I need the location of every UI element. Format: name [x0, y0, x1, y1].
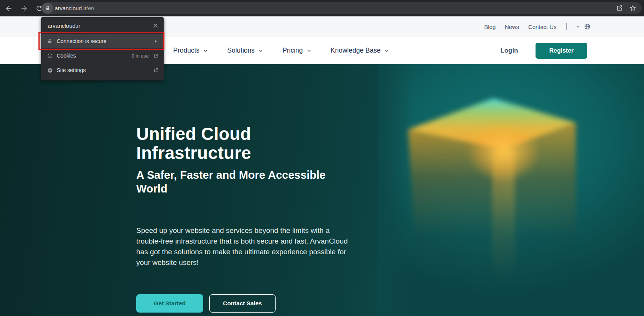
chevron-down-icon — [384, 48, 389, 53]
star-icon[interactable] — [629, 5, 636, 12]
menu-item-label: Cookies — [57, 53, 131, 59]
site-info-menu: arvancloud.ir Connection is secure Cooki… — [41, 17, 164, 80]
menu-item-site-settings[interactable]: Site settings — [41, 63, 164, 77]
cookie-icon — [47, 53, 53, 59]
chevron-down-icon — [306, 48, 312, 53]
site-info-menu-header: arvancloud.ir — [41, 17, 164, 34]
topbar-link-blog[interactable]: Blog — [484, 24, 496, 30]
chevron-down-icon — [203, 48, 208, 53]
hero-cube-image — [378, 64, 644, 316]
menu-item-connection-secure[interactable]: Connection is secure — [41, 34, 164, 48]
menu-item-label: Site settings — [57, 67, 153, 73]
external-link-icon — [153, 68, 158, 73]
back-button[interactable] — [2, 2, 15, 15]
chevron-down-icon — [576, 24, 580, 29]
share-icon[interactable] — [616, 5, 623, 12]
browser-toolbar: arvancloud.ir/en — [0, 0, 644, 16]
nav-item-products[interactable]: Products — [173, 47, 208, 55]
nav-item-label: Pricing — [282, 47, 303, 55]
register-button[interactable]: Register — [536, 43, 587, 59]
nav-item-solutions[interactable]: Solutions — [227, 47, 263, 55]
back-icon — [5, 5, 12, 12]
external-link-icon — [153, 53, 158, 58]
topbar-link-contact-us[interactable]: Contact Us — [528, 24, 556, 30]
nav-item-label: Knowledge Base — [331, 47, 381, 55]
topbar-divider — [566, 23, 567, 30]
menu-item-label: Connection is secure — [57, 38, 153, 44]
contact-sales-button[interactable]: Contact Sales — [209, 294, 276, 313]
chevron-down-icon — [258, 48, 263, 53]
url-bar[interactable]: arvancloud.ir/en — [41, 2, 642, 14]
nav-item-label: Products — [173, 47, 199, 55]
submenu-arrow-icon — [153, 39, 158, 44]
hero-title: Unified Cloud Infrastructure — [136, 124, 359, 162]
url-host: arvancloud.ir — [55, 5, 86, 11]
hero-section: Unified Cloud Infrastructure A Safer, Fa… — [0, 64, 644, 316]
site-info-title: arvancloud.ir — [48, 22, 153, 29]
cookies-count: 9 in use — [131, 53, 149, 59]
globe-icon — [584, 23, 591, 30]
get-started-button[interactable]: Get Started — [136, 294, 203, 313]
forward-icon — [21, 5, 27, 12]
url-text: arvancloud.ir/en — [55, 5, 94, 11]
cube-glow — [456, 113, 551, 191]
site-info-button[interactable] — [42, 3, 53, 14]
close-icon[interactable] — [153, 23, 158, 29]
menu-item-cookies[interactable]: Cookies 9 in use — [41, 48, 164, 63]
lock-icon — [45, 6, 50, 11]
login-link[interactable]: Login — [501, 47, 518, 55]
topbar-link-news[interactable]: News — [505, 24, 519, 30]
lock-icon — [47, 38, 53, 44]
nav-item-knowledge-base[interactable]: Knowledge Base — [331, 47, 389, 55]
hero-subtitle: A Safer, Faster and More Accessible Worl… — [136, 168, 359, 196]
language-selector[interactable] — [576, 23, 591, 30]
nav-item-label: Solutions — [227, 47, 255, 55]
hero-description: Speed up your website and services beyon… — [136, 225, 351, 268]
forward-button[interactable] — [18, 2, 30, 15]
url-path: /en — [86, 5, 94, 11]
gear-icon — [47, 67, 53, 73]
nav-item-pricing[interactable]: Pricing — [282, 47, 312, 55]
